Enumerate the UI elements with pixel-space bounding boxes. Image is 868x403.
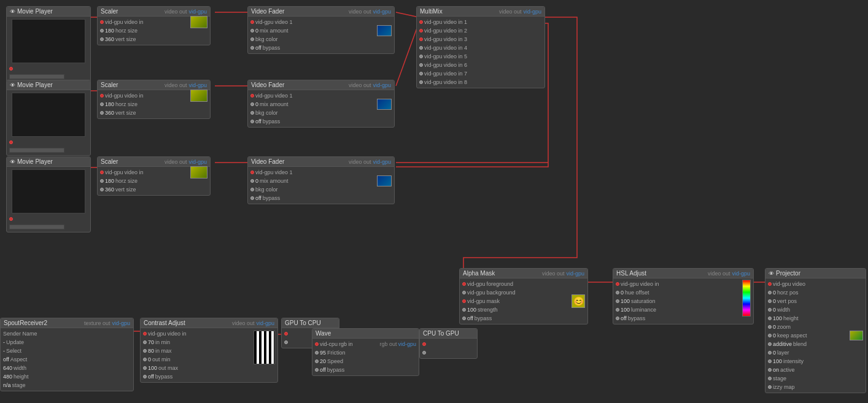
hsl-lum-val: 100 [621,307,630,313]
mm-in6-port [419,63,423,67]
multimix-title: MultiMix [420,8,443,15]
ca-inmax-val: 80 [148,348,154,354]
mm-vidgpu-in8: vid-gpu [424,79,443,85]
hsl-hue-port [616,291,619,294]
mm-in8-row: vid-gpu video in 8 [419,78,542,86]
gtc-out-port [284,340,288,344]
vf2-bkg-label: bkg color [255,110,278,116]
spout-receiver-title: SpoutReceiver2 [4,320,47,326]
proj-stage-label: stage [773,375,786,382]
wave-vidcpu-in: vid-cpu [320,341,338,347]
sr-update-label: Update [6,339,24,345]
gtc-in-port [284,332,288,336]
hsl-color-strip [742,280,751,317]
vf1-mix-port [250,29,254,33]
am-mask-row: vid-gpu mask 😊 [462,297,585,305]
vf3-video1-label: video 1 [275,169,293,175]
proj-vidgpu-in: vid-gpu [773,281,791,287]
proj-video-label: video [792,281,806,287]
scaler-1-videoin-label: video in [125,19,144,25]
port-in-s2 [100,94,104,98]
alpha-mask-node: Alpha Mask video out vid-gpu vid-gpu for… [459,268,588,324]
scaler-1-title: Scaler [101,8,118,15]
proj-zoom-row: 0 zoom [768,323,863,331]
am-vidgpu-mask: vid-gpu [467,298,486,304]
vf3-bypass-label: bypass [263,195,281,201]
ca-inmin-row: 70 in min [143,338,251,347]
vf2-bypass-row: off bypass [250,117,392,126]
proj-horzpos-row: 0 horz pos [768,288,863,297]
port-horz [100,29,104,33]
proj-blend-row: additive blend [768,340,863,348]
proj-active-row: on active [768,366,863,374]
gpu-to-cpu-header: GPU To CPU [282,318,339,328]
scaler-3-title: Scaler [101,158,118,165]
scaler-3-horz-label: horz size [115,178,138,184]
proj-zoom-label: zoom [777,324,791,330]
wave-bypass-port [315,368,319,372]
sr-stage-row: n/a stage [3,381,131,390]
hsl-sat-row: 100 saturation [616,297,740,305]
am-strength-label: strength [478,307,498,313]
mm-in7-port [419,72,423,75]
sr-vidgpu-out: vid-gpu [112,320,130,326]
video-fader-2-title: Video Fader [251,82,284,88]
hsl-adjust-header: HSL Adjust video out vid-gpu [613,269,753,278]
gpu-to-cpu-title: GPU To CPU [285,320,321,326]
movie-player-2-title: Movie Player [17,82,53,88]
scaler-3-horz-row: 180 horz size [100,177,207,185]
scaler-1-horz-label: horz size [115,28,138,34]
vf3-bkg-label: bkg color [255,186,278,193]
ca-outmin-port [143,358,147,361]
scaler-1-video-out: video out [165,9,187,15]
port-in [100,20,104,24]
vf1-port-in [250,20,254,24]
scaler-3-video-out: video out [165,159,187,165]
eye-icon-mp3: 👁 [10,159,15,165]
proj-height-port [768,317,772,320]
am-strength-val: 100 [467,307,476,313]
ca-outmin-val: 0 [148,356,151,363]
scaler-1-vert-val: 360 [105,36,114,42]
ca-in-port [143,332,147,336]
scaler-3-header: Scaler video out vid-gpu [98,157,210,167]
vf1-vidgpu-in: vid-gpu [255,19,274,25]
proj-vertpos-val: 0 [773,298,776,304]
scaler-2-video-out: video out [165,82,187,88]
video-fader-2-node: Video Fader video out vid-gpu vid-gpu vi… [247,80,395,128]
projector-title: Projector [776,270,800,277]
movie-player-1-title: Movie Player [17,8,53,15]
vf2-videoout: video out [349,82,371,88]
vf2-video1-label: video 1 [275,93,293,99]
cpu-to-gpu-title: CPU To GPU [423,330,459,337]
vf2-mix-port [250,102,254,106]
wave-friction-row: 95 Friction [315,348,416,357]
ca-outmax-port [143,366,147,370]
mm-in2-row: vid-gpu video in 2 [419,26,542,35]
sr-update-val: - [3,339,5,345]
vf1-vidgpu-out: vid-gpu [373,9,391,15]
hsl-sat-port [616,299,619,303]
scaler-2-title: Scaler [101,82,118,88]
cpu-to-gpu-node: CPU To GPU [419,328,478,359]
wave-title: Wave [316,330,331,337]
scaler-1-vert-label: vert size [115,36,136,42]
ca-outmin-row: 0 out min [143,355,251,364]
mm-in8-label: video in 8 [444,79,468,85]
proj-layer-label: layer [777,350,789,356]
alpha-mask-header: Alpha Mask video out vid-gpu [460,269,587,278]
vf3-mix-val: 0 [255,178,258,184]
sr-sendername-row: Sender Name [3,329,131,338]
scaler-2-vert-row: 360 vert size [100,109,207,117]
mm-vidgpu-in4: vid-gpu [424,45,443,51]
sr-width-val: 640 [3,365,12,371]
ctg-out-port [422,351,426,355]
ca-outmax-label: out max [158,365,178,371]
video-fader-3-header: Video Fader video out vid-gpu [248,157,394,167]
scaler-2-horz-row: 180 horz size [100,100,207,109]
scaler-3-vert-val: 360 [105,186,114,193]
vf2-bkg-port [250,111,254,115]
video-fader-1-header: Video Fader video out vid-gpu [248,7,394,17]
hsl-in-label: video in [640,281,659,287]
hsl-adjust-title: HSL Adjust [616,270,646,277]
